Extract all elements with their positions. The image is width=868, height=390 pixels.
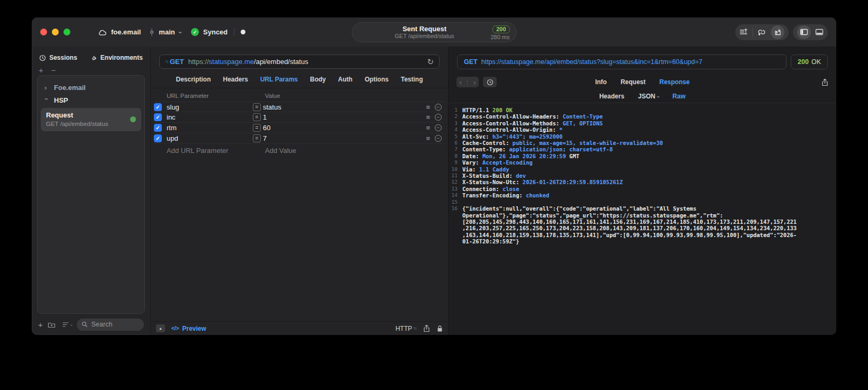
line-content: Vary: Accept-Encoding	[462, 159, 799, 166]
param-value[interactable]: 60	[263, 124, 426, 132]
zoom-window-button[interactable]	[63, 29, 70, 35]
param-enabled-checkbox[interactable]: ✓	[154, 124, 162, 132]
subtab-json[interactable]: JSON›	[638, 93, 659, 100]
param-name[interactable]: inc	[167, 113, 253, 121]
param-enabled-checkbox[interactable]: ✓	[154, 103, 162, 111]
row-options-icon[interactable]: ≡	[426, 124, 430, 131]
param-name[interactable]: slug	[167, 103, 253, 111]
add-session-button[interactable]: +	[39, 66, 43, 75]
sidebar-search[interactable]	[77, 319, 144, 331]
chevron-right-icon: ›	[44, 84, 49, 92]
line-number: 2	[449, 113, 462, 120]
row-options-icon[interactable]: ≡	[426, 104, 430, 111]
toggle-left-panel-button[interactable]	[797, 25, 811, 39]
protocol-selector-icon: ↑↓	[413, 326, 416, 331]
request-editor-tabs: DescriptionHeadersURL ParamsBodyAuthOpti…	[151, 76, 448, 83]
sent-request-url-box[interactable]: GET https://statuspage.me/api/embed/stat…	[457, 55, 787, 69]
response-status-box: 200 OK	[791, 55, 828, 69]
tab-request[interactable]: Request	[620, 78, 645, 86]
chevron-down-icon[interactable]: ›	[177, 31, 184, 33]
request-status-dot	[130, 116, 136, 122]
tab-auth[interactable]: Auth	[338, 76, 352, 83]
method-selector-icon[interactable]: ↑↓	[165, 59, 168, 64]
line-number: 11	[449, 173, 462, 179]
sort-list-icon[interactable]	[739, 28, 748, 36]
sidebar-footer: + ›	[37, 314, 145, 335]
new-folder-icon[interactable]	[48, 321, 56, 328]
param-name[interactable]: rtm	[167, 124, 253, 132]
request-list-item-selected[interactable]: Request GET /api/embed/status	[41, 108, 141, 131]
resend-request-icon[interactable]: ↻	[427, 58, 434, 66]
sort-options-icon[interactable]: ›	[62, 322, 72, 328]
subtab-headers[interactable]: Headers	[599, 93, 624, 100]
preview-button[interactable]: </> Preview	[171, 325, 206, 332]
add-param-value-placeholder[interactable]: Add Value	[265, 147, 296, 155]
response-body[interactable]: 1HTTP/1.1 200 OK2Access-Control-Allow-He…	[449, 103, 836, 335]
subtab-raw[interactable]: Raw	[672, 93, 686, 100]
expand-panel-button[interactable]: ▲	[156, 324, 165, 332]
export-response-icon[interactable]	[821, 78, 828, 86]
tab-body[interactable]: Body	[310, 76, 326, 83]
param-value[interactable]: status	[263, 103, 426, 111]
tab-description[interactable]: Description	[176, 76, 211, 83]
line-content: Cache-Control: public, max-age=15, stale…	[462, 140, 799, 146]
param-value[interactable]: 1	[263, 113, 426, 121]
row-options-icon[interactable]: ≡	[426, 135, 430, 142]
tree-item-foe-email[interactable]: ›Foe.email	[41, 81, 141, 94]
param-row-inc: ✓inc=1≡−	[154, 112, 444, 123]
toggle-bottom-panel-button[interactable]	[815, 29, 824, 35]
add-param-name-placeholder[interactable]: Add URL Parameter	[167, 147, 265, 155]
project-name[interactable]: foe.email	[111, 28, 141, 36]
close-window-button[interactable]	[40, 29, 47, 35]
param-enabled-checkbox[interactable]: ✓	[154, 113, 162, 121]
url-path: /api/embed/status	[254, 58, 308, 66]
remove-row-icon[interactable]: −	[435, 114, 442, 121]
request-editor-footer: ▲ </> Preview HTTP ↑↓	[151, 321, 448, 335]
lock-icon[interactable]	[437, 325, 443, 332]
row-options-icon[interactable]: ≡	[426, 114, 430, 121]
param-enabled-checkbox[interactable]: ✓	[154, 134, 162, 142]
loop-sync-icon[interactable]	[757, 29, 766, 36]
branch-name[interactable]: main	[159, 28, 175, 36]
cloud-icon	[98, 29, 107, 36]
tab-testing[interactable]: Testing	[401, 76, 423, 83]
request-editor-pane: ↑↓ GET https://statuspage.me/api/embed/s…	[151, 47, 449, 335]
search-input[interactable]	[90, 320, 139, 329]
traffic-lights	[40, 29, 70, 35]
remove-row-icon[interactable]: −	[435, 135, 442, 142]
minimize-window-button[interactable]	[52, 29, 59, 35]
param-value[interactable]: 7	[263, 134, 426, 142]
tab-environments[interactable]: Environments	[90, 54, 143, 61]
add-param-row[interactable]: Add URL Parameter Add Value	[154, 144, 444, 157]
request-url-bar[interactable]: ↑↓ GET https://statuspage.me/api/embed/s…	[159, 55, 440, 69]
import-export-button[interactable]	[771, 25, 784, 39]
remove-row-icon[interactable]: −	[435, 104, 442, 111]
line-number: 16	[449, 205, 462, 244]
tab-options[interactable]: Options	[364, 76, 388, 83]
toolbar-group-layout	[793, 24, 828, 40]
protocol-selector[interactable]: HTTP ↑↓	[396, 325, 416, 332]
line-number: 1	[449, 107, 462, 113]
forward-button[interactable]: ›	[473, 78, 476, 86]
request-url[interactable]: https://statuspage.me/api/embed/status	[188, 58, 308, 66]
remove-row-icon[interactable]: −	[435, 124, 442, 131]
tab-response[interactable]: Response	[659, 78, 689, 86]
remove-session-button[interactable]: −	[51, 66, 56, 75]
history-button[interactable]	[483, 77, 497, 87]
tree-item-hsp[interactable]: ›HSP	[41, 94, 141, 106]
param-row-actions: ≡−	[426, 124, 442, 131]
chevron-down-icon: ›	[69, 324, 74, 326]
equals-icon: =	[253, 124, 261, 132]
share-icon[interactable]	[423, 324, 430, 332]
tab-sessions[interactable]: Sessions	[39, 54, 77, 61]
back-button[interactable]: ‹	[459, 78, 461, 86]
add-request-button[interactable]: +	[38, 320, 43, 329]
response-line: 9Vary: Accept-Encoding	[449, 159, 836, 166]
tab-info[interactable]: Info	[595, 78, 607, 86]
tab-url-params[interactable]: URL Params	[260, 76, 298, 83]
tab-headers[interactable]: Headers	[223, 76, 248, 83]
param-name[interactable]: upd	[167, 134, 253, 142]
request-summary-pill[interactable]: Sent Request GET /api/embed/status 200 2…	[352, 22, 517, 42]
response-line: 13Connection: close	[449, 186, 836, 192]
request-method[interactable]: GET	[170, 58, 184, 66]
